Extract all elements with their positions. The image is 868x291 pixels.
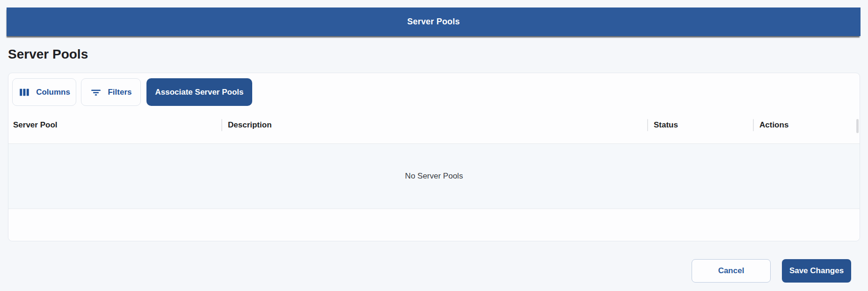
column-header-status[interactable]: Status [647,106,753,143]
server-pools-panel: Columns Filters Associate Server Pools S… [8,73,860,241]
filter-icon [90,86,102,98]
empty-state-message: No Server Pools [405,172,463,181]
associate-server-pools-button-label: Associate Server Pools [155,88,244,97]
columns-button-label: Columns [36,88,70,97]
column-header-description[interactable]: Description [221,106,647,143]
cancel-button-label: Cancel [718,266,744,276]
columns-icon [18,86,30,98]
column-header-actions[interactable]: Actions [753,106,860,143]
table-header-row: Server Pool Description Status Actions [8,106,860,144]
column-divider [221,119,222,131]
filters-button-label: Filters [108,88,131,97]
dialog-actions-bar: Cancel Save Changes [692,259,851,283]
table-empty-state: No Server Pools [8,144,860,209]
page-title: Server Pools [8,46,88,62]
column-divider [753,119,754,131]
banner-title: Server Pools [407,17,460,27]
table-footer-row [8,209,860,241]
column-divider [647,119,648,131]
filters-button[interactable]: Filters [81,78,141,106]
column-header-label: Description [228,120,272,130]
table-scrollbar-thumb[interactable] [856,119,859,133]
save-changes-button-label: Save Changes [789,266,844,276]
cancel-button[interactable]: Cancel [692,259,771,283]
column-header-label: Server Pool [13,120,58,130]
associate-server-pools-button[interactable]: Associate Server Pools [146,78,252,106]
column-header-server-pool[interactable]: Server Pool [8,106,221,143]
column-header-label: Status [654,120,678,130]
window-banner: Server Pools [7,7,861,36]
columns-button[interactable]: Columns [12,78,76,106]
column-header-label: Actions [759,120,788,130]
table-toolbar: Columns Filters Associate Server Pools [12,78,252,106]
save-changes-button[interactable]: Save Changes [782,259,851,283]
